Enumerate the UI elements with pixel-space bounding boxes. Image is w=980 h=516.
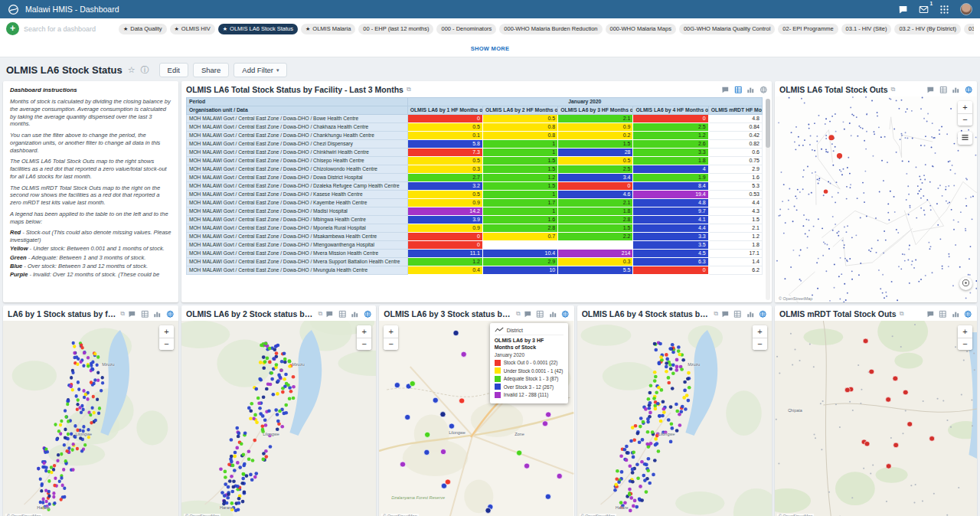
chart-view-icon[interactable] <box>351 310 359 318</box>
panel-view-switcher <box>128 310 174 318</box>
panel-title: OLMIS LA6 by 2 Stock status by facilit..… <box>186 309 315 318</box>
chart-view-icon[interactable] <box>746 86 755 94</box>
dashboard-chip[interactable]: 000-WHO Malaria Burden Reduction <box>499 24 602 34</box>
org-unit-cell: MOH MALAWI Govt / Central East Zone / Do… <box>187 115 408 123</box>
zoom-out-button[interactable]: − <box>384 338 398 350</box>
org-unit-cell: MOH MALAWI Govt / Central East Zone / Do… <box>187 258 408 266</box>
map-view-icon[interactable] <box>964 310 972 318</box>
chart-view-icon[interactable] <box>952 310 960 318</box>
dashboard-chip[interactable]: 02- EPI Programme <box>778 24 838 34</box>
interpretations-icon[interactable] <box>721 310 730 318</box>
dashboard-search-input[interactable] <box>24 25 114 33</box>
dashboard-chip[interactable]: ★OLMIS HIV <box>170 24 215 34</box>
dashboard-chip[interactable]: ★OLMIS LA6 Stock Status <box>218 24 298 34</box>
zoom-in-button[interactable]: + <box>958 325 972 338</box>
dashboard-chip[interactable]: ★OLMIS Malaria <box>301 24 355 34</box>
edit-button[interactable]: Edit <box>159 63 188 77</box>
dashboard-chip[interactable]: 03.3 - HIV (National) <box>964 24 974 34</box>
star-icon[interactable]: ☆ <box>128 66 136 74</box>
show-more-button[interactable]: SHOW MORE <box>471 45 510 52</box>
interpretations-icon[interactable] <box>721 86 730 94</box>
dashboard-chip[interactable]: 000-WHO Malaria Maps <box>606 24 676 34</box>
dashboard-chip[interactable]: 00G-WHO Malaria Quality Control <box>679 24 775 34</box>
dashboard-chip[interactable]: 03.1 - HIV (Site) <box>841 24 892 34</box>
org-unit-cell: MOH MALAWI Govt / Central East Zone / Do… <box>187 241 408 250</box>
map-canvas[interactable]: Chipata+−© OpenStreetMap <box>775 321 977 516</box>
table-view-icon[interactable] <box>939 310 947 318</box>
legend-term: Yellow <box>10 245 28 252</box>
chart-view-icon[interactable] <box>952 86 960 94</box>
apps-menu-icon[interactable] <box>939 5 949 15</box>
map-view-icon[interactable] <box>760 86 768 94</box>
interpretations-icon[interactable] <box>898 5 908 15</box>
open-app-icon[interactable]: ⧉ <box>900 310 904 318</box>
interpretations-icon[interactable] <box>926 310 935 318</box>
open-app-icon[interactable]: ⧉ <box>318 310 323 318</box>
zoom-out-button[interactable]: − <box>958 113 972 126</box>
map-view-icon[interactable] <box>759 310 767 318</box>
zoom-in-button[interactable]: + <box>753 325 767 338</box>
panel-view-switcher <box>721 86 767 94</box>
layers-button[interactable] <box>958 132 972 145</box>
zoom-out-button[interactable]: − <box>753 338 767 350</box>
zoom-in-button[interactable]: + <box>958 101 972 113</box>
open-app-icon[interactable]: ⧉ <box>516 310 521 318</box>
stock-value-cell: 3.5 <box>633 241 708 250</box>
scrollbar[interactable] <box>766 99 770 300</box>
map-canvas[interactable]: District OLMIS LA6 by 3 HF Months of Sto… <box>379 321 573 516</box>
table-view-icon[interactable] <box>141 310 149 318</box>
dashboard-chip[interactable]: ★Data Quality <box>119 24 167 34</box>
locate-control[interactable] <box>959 277 972 290</box>
zoom-in-button[interactable]: + <box>159 325 174 338</box>
messages-icon[interactable]: 1 <box>919 5 929 15</box>
map-canvas[interactable]: MzuzuLilongweHarare+−© OpenStreetMap <box>3 321 178 516</box>
map-view-icon[interactable] <box>561 310 570 318</box>
chart-view-icon[interactable] <box>153 310 162 318</box>
interpretations-icon[interactable] <box>325 310 334 318</box>
table-view-icon[interactable] <box>733 310 742 318</box>
new-dashboard-button[interactable]: + <box>6 22 19 35</box>
map-view-icon[interactable] <box>166 310 175 318</box>
map-view-icon[interactable] <box>364 310 372 318</box>
map-canvas[interactable]: +−© OpenStreetMap <box>775 96 977 302</box>
dashboard-chip[interactable]: 000 - Denominators <box>436 24 496 34</box>
info-icon[interactable]: ⓘ <box>141 66 149 74</box>
open-app-icon[interactable]: ⧉ <box>891 86 896 93</box>
dhis2-logo-icon[interactable] <box>8 4 19 15</box>
zoom-out-button[interactable]: − <box>958 338 972 350</box>
table-view-icon[interactable] <box>338 310 347 318</box>
interpretations-icon[interactable] <box>524 310 532 318</box>
interpretations-icon[interactable] <box>926 86 935 94</box>
table-view-icon[interactable] <box>536 310 544 318</box>
stock-value-cell: 2.1 <box>558 115 633 123</box>
dashboard-chip[interactable]: 03.2 - HIV (By District) <box>894 24 961 34</box>
open-app-icon[interactable]: ⧉ <box>120 310 125 318</box>
layer-row[interactable]: District <box>495 325 564 335</box>
zoom-out-button[interactable]: − <box>357 338 371 350</box>
dashboard-chip[interactable]: 00 - EHP (last 12 months) <box>358 24 433 34</box>
share-button[interactable]: Share <box>193 63 229 77</box>
zoom-in-button[interactable]: + <box>357 325 371 338</box>
open-app-icon[interactable]: ⧉ <box>407 86 411 93</box>
org-unit-cell: MOH MALAWI Govt / Central East Zone / Do… <box>187 182 408 191</box>
map-image <box>577 321 772 516</box>
interpretations-icon[interactable] <box>128 310 136 318</box>
stock-value-cell: 4.6 <box>558 191 633 199</box>
add-filter-button[interactable]: Add Filter ▾ <box>234 63 287 77</box>
open-app-icon[interactable]: ⧉ <box>714 310 718 318</box>
table-row: MOH MALAWI Govt / Central East Zone / Do… <box>187 224 763 233</box>
user-avatar[interactable] <box>960 3 972 15</box>
map-canvas[interactable]: MzuzuLilongweHarare+−© OpenStreetMap <box>181 321 376 516</box>
map-view-icon[interactable] <box>965 86 973 94</box>
map-canvas[interactable]: MzuzuLilongweHarare+−© OpenStreetMap <box>577 321 772 516</box>
table-view-icon[interactable] <box>734 86 743 94</box>
zoom-out-button[interactable]: − <box>159 338 174 350</box>
table-view-icon[interactable] <box>939 86 948 94</box>
stock-value-cell: 7.3 <box>407 149 482 157</box>
legend-swatch <box>495 367 501 374</box>
chart-view-icon[interactable] <box>746 310 755 318</box>
scrollbar-thumb[interactable] <box>766 99 770 148</box>
stock-value-cell: 11.1 <box>407 250 482 258</box>
chart-view-icon[interactable] <box>549 310 557 318</box>
zoom-in-button[interactable]: + <box>384 325 398 338</box>
